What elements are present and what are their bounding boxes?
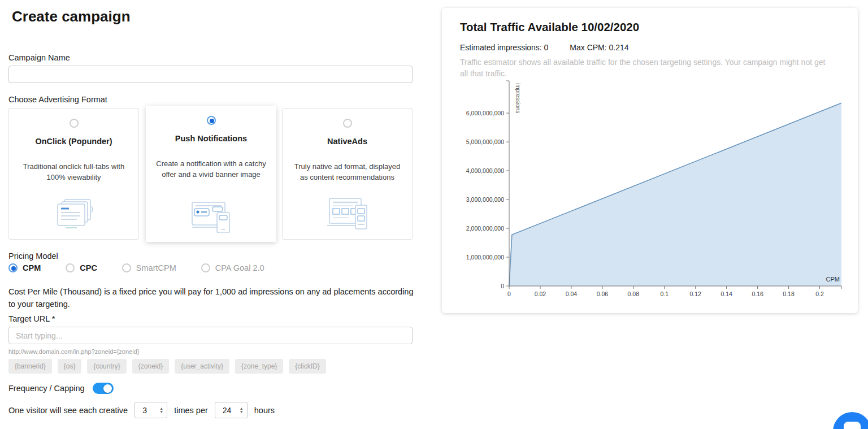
svg-text:0.04: 0.04 [566,291,578,297]
svg-text:5,000,000,000: 5,000,000,000 [466,138,504,145]
chat-widget-button[interactable] [833,412,868,429]
url-token-chips: {bannerid} {os} {country} {zoneid} {user… [8,359,326,374]
campaign-name-input[interactable] [8,66,413,83]
target-url-label: Target URL * [8,314,55,323]
pricing-option-cpc[interactable]: CPC [66,263,97,272]
svg-text:0.2: 0.2 [815,291,824,297]
pricing-model-label: Pricing Model [8,252,58,261]
pricing-option-label: SmartCPM [136,263,176,272]
native-content-icon [324,197,371,230]
pricing-option-cpa-goal[interactable]: CPA Goal 2.0 [201,263,264,272]
stepper-arrows-icon[interactable]: ▲▼ [240,407,244,414]
svg-text:0.02: 0.02 [535,291,546,297]
traffic-area-chart: 01,000,000,0002,000,000,0003,000,000,000… [442,8,858,313]
format-card-description: Traditional onclick full-tabs with 100% … [17,162,131,183]
svg-text:0.06: 0.06 [597,291,609,297]
frequency-sentence: One visitor will see each creative 3 ▲▼ … [8,402,275,418]
format-card-push-notifications[interactable]: Push Notifications Create a notification… [146,106,276,242]
token-chip-country[interactable]: {country} [87,359,126,374]
frequency-capping-label: Frequency / Capping [8,384,85,393]
pricing-option-smartcpm[interactable]: SmartCPM [122,263,176,272]
pricing-option-cpm[interactable]: CPM [8,263,41,272]
advertising-format-label: Choose Advertising Format [8,95,107,104]
chat-bubble-icon [844,422,861,429]
times-value: 3 [142,406,159,415]
svg-text:6,000,000,000: 6,000,000,000 [466,110,504,116]
pricing-option-label: CPA Goal 2.0 [215,263,264,272]
svg-text:1,000,000,000: 1,000,000,000 [466,254,504,261]
pricing-model-options: CPM CPC SmartCPM CPA Goal 2.0 [8,263,289,272]
traffic-estimator-card: Total Traffic Available 10/02/2020 Estim… [442,8,858,313]
format-card-description: Truly native ad format, displayed as con… [290,162,404,183]
svg-text:0.08: 0.08 [628,291,640,297]
radio-unchecked-icon[interactable] [66,263,75,272]
frequency-sentence-prefix: One visitor will see each creative [8,406,128,415]
radio-checked-icon[interactable] [207,116,216,125]
token-chip-zoneid[interactable]: {zoneid} [132,359,169,374]
svg-text:0.1: 0.1 [660,291,669,297]
token-chip-clickid[interactable]: {clickID} [289,359,326,374]
campaign-name-label: Campaign Name [8,53,70,62]
hours-stepper[interactable]: 24 ▲▼ [215,402,248,418]
format-card-title: Push Notifications [175,134,247,143]
token-chip-os[interactable]: {os} [58,359,82,374]
svg-text:0.16: 0.16 [752,291,763,297]
radio-checked-icon[interactable] [8,263,18,272]
page-title: Create campaign [12,8,131,25]
frequency-sentence-suffix: hours [254,406,275,415]
token-chip-bannerid[interactable]: {bannerid} [8,359,52,374]
radio-unchecked-icon[interactable] [201,263,210,272]
times-stepper[interactable]: 3 ▲▼ [134,402,167,418]
hours-value: 24 [223,406,240,415]
frequency-capping-row: Frequency / Capping [8,383,114,394]
svg-text:0.18: 0.18 [783,291,795,297]
format-card-nativeads[interactable]: NativeAds Truly native ad format, displa… [282,108,413,240]
svg-text:3,000,000,000: 3,000,000,000 [466,196,504,203]
svg-text:0: 0 [501,283,504,289]
pricing-option-label: CPC [80,263,97,272]
stepper-arrows-icon[interactable]: ▲▼ [159,407,163,414]
svg-text:0: 0 [507,291,511,297]
format-card-onclick[interactable]: OnClick (Popunder) Traditional onclick f… [8,108,139,240]
format-card-description: Create a notification with a catchy offe… [154,159,268,180]
desktop-push-icon [188,200,235,233]
format-card-title: OnClick (Popunder) [35,137,112,146]
pricing-model-description: Cost Per Mile (Thousand) is a fixed pric… [8,285,414,311]
create-campaign-page: Create campaign Campaign Name Choose Adv… [0,0,868,429]
pricing-option-label: CPM [23,263,41,272]
frequency-capping-toggle[interactable] [93,383,114,394]
frequency-sentence-middle: times per [174,406,208,415]
svg-text:0.12: 0.12 [690,291,702,297]
svg-text:2,000,000,000: 2,000,000,000 [466,225,504,232]
format-card-title: NativeAds [327,137,367,146]
target-url-helper-text: http://www.domain.com/in.php?zoneid={zon… [8,348,139,355]
svg-text:4,000,000,000: 4,000,000,000 [466,167,504,174]
radio-unchecked-icon[interactable] [70,119,79,128]
svg-text:0.14: 0.14 [721,291,732,297]
svg-text:impressions: impressions [515,83,521,113]
token-chip-user-activity[interactable]: {user_activity} [175,359,229,374]
radio-unchecked-icon[interactable] [343,119,352,128]
radio-unchecked-icon[interactable] [122,263,131,272]
token-chip-zone-type[interactable]: {zone_type} [235,359,283,374]
target-url-input[interactable] [8,327,413,344]
popunder-pages-icon [52,197,96,230]
svg-text:CPM: CPM [826,276,840,283]
